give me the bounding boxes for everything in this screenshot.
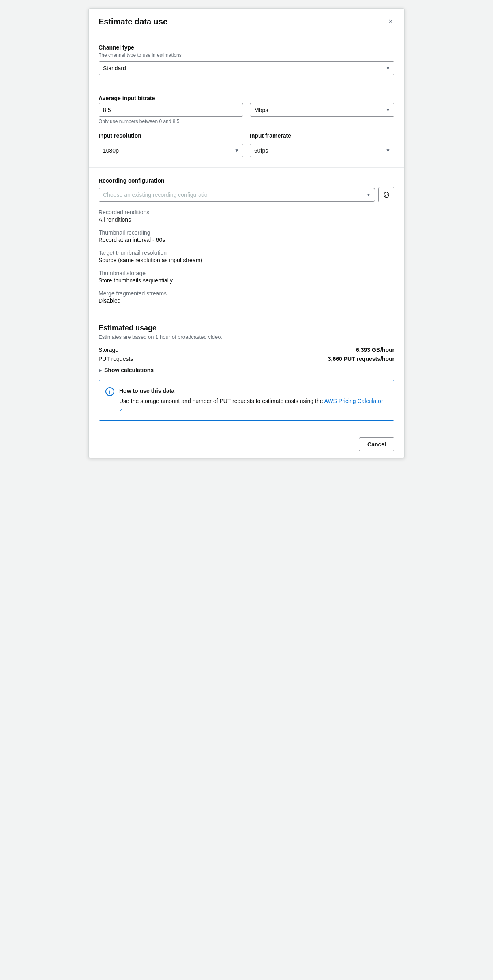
thumbnail-storage-value: Store thumbnails sequentially: [99, 277, 394, 284]
modal-title: Estimate data use: [99, 17, 167, 26]
bitrate-input-wrapper: [99, 103, 243, 117]
recorded-renditions-row: Recorded renditions All renditions: [99, 209, 394, 223]
channel-type-select-wrapper: Standard Basic Advanced HD Advanced SD ▼: [99, 61, 394, 75]
refresh-icon: [383, 192, 390, 198]
bitrate-unit-select[interactable]: Mbps Kbps: [250, 103, 394, 117]
cancel-button[interactable]: Cancel: [359, 437, 394, 451]
thumbnail-recording-row: Thumbnail recording Record at an interva…: [99, 229, 394, 243]
info-box-content: How to use this data Use the storage amo…: [119, 387, 388, 414]
bitrate-unit-select-wrapper: Mbps Kbps ▼: [250, 103, 394, 117]
thumbnail-recording-label: Thumbnail recording: [99, 229, 394, 236]
estimate-data-use-modal: Estimate data use × Channel type The cha…: [88, 8, 405, 458]
info-box: i How to use this data Use the storage a…: [99, 380, 394, 421]
resolution-select[interactable]: 1080p 720p 480p 360p 240p 160p: [99, 144, 243, 157]
refresh-button[interactable]: [378, 187, 394, 202]
recorded-renditions-label: Recorded renditions: [99, 209, 394, 215]
show-calculations-chevron-right-icon: ▶: [99, 368, 102, 373]
merge-fragmented-streams-value: Disabled: [99, 297, 394, 304]
modal-body: Channel type The channel type to use in …: [89, 34, 404, 431]
target-thumbnail-resolution-row: Target thumbnail resolution Source (same…: [99, 250, 394, 263]
recording-config-row: Choose an existing recording configurati…: [99, 187, 394, 202]
storage-value: 6.393 GB/hour: [356, 347, 394, 353]
estimated-usage-title: Estimated usage: [99, 324, 394, 332]
bitrate-label: Average input bitrate: [99, 95, 394, 101]
resolution-label: Input resolution: [99, 132, 243, 139]
bitrate-input[interactable]: [99, 103, 243, 117]
recording-config-section: Recording configuration Choose an existi…: [89, 168, 404, 314]
estimated-usage-hint: Estimates are based on 1 hour of broadca…: [99, 334, 394, 340]
framerate-select[interactable]: 60fps 30fps 24fps 15fps: [250, 144, 394, 157]
put-requests-value: 3,660 PUT requests/hour: [328, 355, 394, 362]
merge-fragmented-streams-row: Merge fragmented streams Disabled: [99, 290, 394, 304]
recording-select-wrapper: Choose an existing recording configurati…: [99, 188, 375, 202]
recorded-renditions-value: All renditions: [99, 216, 394, 223]
close-button[interactable]: ×: [387, 16, 394, 28]
modal-footer: Cancel: [89, 431, 404, 458]
put-requests-label: PUT requests: [99, 355, 133, 362]
recording-config-label: Recording configuration: [99, 177, 394, 184]
info-box-title: How to use this data: [119, 387, 388, 395]
framerate-field: Input framerate 60fps 30fps 24fps 15fps …: [250, 132, 394, 157]
storage-label: Storage: [99, 347, 118, 353]
show-calculations-button[interactable]: ▶ Show calculations: [99, 367, 154, 373]
aws-pricing-link-text: AWS Pricing Calculator: [324, 398, 383, 404]
channel-type-label: Channel type: [99, 44, 394, 51]
channel-type-section: Channel type The channel type to use in …: [89, 34, 404, 85]
recording-config-select[interactable]: Choose an existing recording configurati…: [99, 188, 375, 202]
target-thumbnail-resolution-label: Target thumbnail resolution: [99, 250, 394, 256]
modal-header: Estimate data use ×: [89, 9, 404, 34]
show-calculations-label: Show calculations: [104, 367, 154, 373]
framerate-label: Input framerate: [250, 132, 394, 139]
resolution-select-wrapper: 1080p 720p 480p 360p 240p 160p ▼: [99, 144, 243, 157]
resolution-framerate-row: Input resolution 1080p 720p 480p 360p 24…: [99, 132, 394, 157]
bitrate-hint: Only use numbers between 0 and 8.5: [99, 118, 394, 124]
resolution-field: Input resolution 1080p 720p 480p 360p 24…: [99, 132, 243, 157]
info-box-body-suffix: .: [123, 406, 124, 413]
info-icon: i: [105, 387, 114, 396]
external-link-icon: ↗: [119, 407, 123, 412]
merge-fragmented-streams-label: Merge fragmented streams: [99, 290, 394, 297]
framerate-select-wrapper: 60fps 30fps 24fps 15fps ▼: [250, 144, 394, 157]
storage-row: Storage 6.393 GB/hour: [99, 347, 394, 353]
bitrate-section: Average input bitrate Mbps Kbps ▼ Only u…: [89, 85, 404, 168]
channel-type-select[interactable]: Standard Basic Advanced HD Advanced SD: [99, 61, 394, 75]
thumbnail-storage-row: Thumbnail storage Store thumbnails seque…: [99, 270, 394, 284]
bitrate-row: Mbps Kbps ▼: [99, 103, 394, 117]
put-requests-row: PUT requests 3,660 PUT requests/hour: [99, 355, 394, 362]
target-thumbnail-resolution-value: Source (same resolution as input stream): [99, 257, 394, 263]
thumbnail-storage-label: Thumbnail storage: [99, 270, 394, 276]
thumbnail-recording-value: Record at an interval - 60s: [99, 237, 394, 243]
info-box-body-text: Use the storage amount and number of PUT…: [119, 398, 324, 404]
channel-type-hint: The channel type to use in estimations.: [99, 52, 394, 58]
estimated-usage-section: Estimated usage Estimates are based on 1…: [89, 314, 404, 431]
